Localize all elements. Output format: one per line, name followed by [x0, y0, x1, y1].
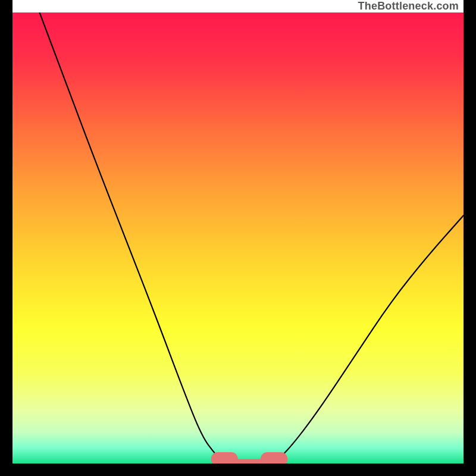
gradient-background: [12, 12, 464, 464]
watermark-bar: TheBottleneck.com: [12, 0, 464, 12]
watermark-text: TheBottleneck.com: [358, 0, 459, 12]
chart-frame: TheBottleneck.com: [0, 0, 476, 476]
